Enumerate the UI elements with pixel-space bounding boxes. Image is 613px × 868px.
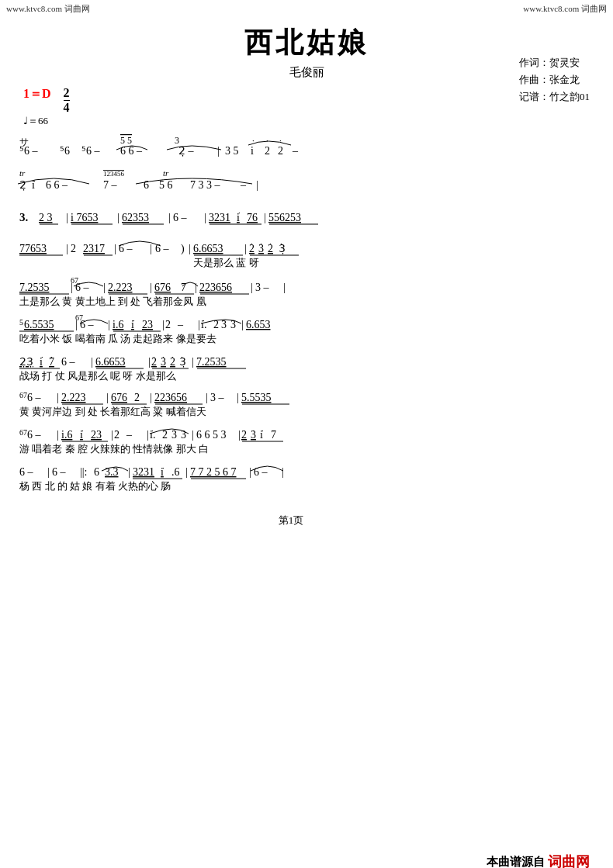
svg-text:tr: tr bbox=[19, 168, 26, 178]
svg-text:|: | bbox=[66, 212, 68, 223]
svg-text:7 –: 7 – bbox=[103, 179, 118, 191]
svg-text:62353: 62353 bbox=[122, 212, 149, 223]
svg-text:|: | bbox=[283, 282, 286, 293]
svg-text:⁵6 –: ⁵6 – bbox=[19, 145, 39, 157]
svg-text:3: 3 bbox=[171, 429, 177, 441]
svg-text:i: i bbox=[161, 466, 164, 478]
svg-text:i: i bbox=[131, 319, 134, 330]
svg-text:77653: 77653 bbox=[19, 243, 47, 254]
svg-text:223656: 223656 bbox=[154, 392, 187, 403]
svg-text:3 5: 3 5 bbox=[225, 145, 239, 157]
svg-text:|: | bbox=[282, 466, 284, 478]
svg-text:2: 2 bbox=[134, 392, 140, 403]
svg-text:|: | bbox=[189, 243, 191, 254]
svg-text:|: | bbox=[128, 466, 130, 478]
svg-text:|: | bbox=[241, 319, 244, 330]
svg-text:2̣3̣: 2̣3̣ bbox=[19, 356, 33, 368]
svg-text:|: | bbox=[185, 466, 188, 478]
svg-text:2: 2 bbox=[241, 429, 247, 441]
svg-text:2̣: 2̣ bbox=[19, 179, 26, 191]
svg-text:黄    黄河岸边  到  处  长着那红高  粱    喊: 黄 黄河岸边 到 处 长着那红高 粱 喊着信天 bbox=[19, 406, 206, 417]
svg-text:|: | bbox=[150, 282, 152, 293]
svg-text:.6: .6 bbox=[171, 466, 180, 478]
svg-text:5.5535: 5.5535 bbox=[241, 392, 272, 403]
svg-text:2: 2 bbox=[71, 243, 76, 254]
svg-text:|: | bbox=[256, 179, 258, 191]
svg-text:2: 2 bbox=[165, 319, 171, 330]
svg-text:i: i bbox=[40, 356, 43, 368]
svg-text:23: 23 bbox=[91, 429, 102, 441]
svg-text:|: | bbox=[150, 392, 152, 403]
key-time: 24 bbox=[64, 86, 70, 114]
svg-text:7: 7 bbox=[271, 429, 276, 441]
watermark-right: www.ktvc8.com 词曲网 bbox=[523, 3, 607, 15]
svg-text:|: | bbox=[66, 243, 68, 254]
svg-text:3: 3 bbox=[221, 319, 227, 330]
bottom-source: 本曲谱源自 词曲网 bbox=[0, 852, 613, 868]
svg-text:2.223: 2.223 bbox=[108, 282, 133, 293]
svg-text:|: | bbox=[47, 466, 50, 478]
svg-text:23: 23 bbox=[142, 319, 153, 330]
svg-text:i.: i. bbox=[201, 319, 206, 330]
svg-text:i: i bbox=[80, 429, 83, 441]
svg-text:2 3: 2 3 bbox=[39, 212, 53, 223]
svg-text:吃着小米  饭    喝着南  瓜  汤     走起路来 : 吃着小米 饭 喝着南 瓜 汤 走起路来 像是要去 bbox=[19, 333, 216, 344]
svg-text:3 –: 3 – bbox=[210, 392, 225, 403]
svg-text:|: | bbox=[264, 212, 266, 223]
svg-text:|: | bbox=[198, 319, 200, 330]
svg-text:i: i bbox=[32, 179, 35, 191]
svg-text:|: | bbox=[251, 282, 253, 293]
svg-text:6 –: 6 – bbox=[61, 356, 76, 368]
svg-text:天是那么  蓝  呀: 天是那么 蓝 呀 bbox=[193, 257, 259, 268]
svg-text:6.6653: 6.6653 bbox=[193, 243, 223, 254]
key-note: 1＝D bbox=[23, 86, 51, 102]
svg-text:|: | bbox=[206, 392, 208, 403]
svg-text:||:: ||: bbox=[80, 466, 88, 478]
svg-text:|: | bbox=[150, 243, 152, 254]
svg-text:|: | bbox=[238, 429, 241, 441]
svg-text:5: 5 bbox=[19, 318, 23, 327]
svg-text:|: | bbox=[106, 392, 109, 403]
svg-text:3: 3 bbox=[258, 243, 264, 254]
svg-text:556253: 556253 bbox=[268, 212, 301, 223]
svg-text:⁵6 –: ⁵6 – bbox=[81, 145, 101, 157]
composer: 作曲：张金龙 bbox=[519, 71, 590, 88]
svg-text:6 6 5 3: 6 6 5 3 bbox=[196, 429, 227, 441]
svg-text:6 –: 6 – bbox=[119, 243, 133, 254]
svg-text:2: 2 bbox=[265, 145, 270, 157]
lyricist: 作词：贺灵安 bbox=[519, 54, 590, 71]
svg-text:|: | bbox=[244, 243, 247, 254]
svg-text:战场  打  仗    风是那么  呢  呀   水是那么: 战场 打 仗 风是那么 呢 呀 水是那么 bbox=[19, 370, 176, 382]
svg-text:tr: tr bbox=[163, 168, 169, 178]
svg-text:676: 676 bbox=[154, 282, 171, 293]
svg-text:6 –: 6 – bbox=[27, 429, 42, 441]
svg-text:i: i bbox=[251, 145, 254, 157]
svg-text:76: 76 bbox=[247, 212, 258, 223]
svg-text:6 –: 6 – bbox=[173, 212, 188, 223]
svg-text:7 3 3 –: 7 3 3 – bbox=[190, 179, 221, 191]
svg-text:2: 2 bbox=[114, 429, 119, 441]
svg-text:·: · bbox=[266, 136, 268, 145]
svg-text:|: | bbox=[168, 212, 171, 223]
svg-text:7 7 2 5 6 7: 7 7 2 5 6 7 bbox=[190, 466, 237, 478]
svg-text:|: | bbox=[249, 466, 251, 478]
svg-text:3: 3 bbox=[175, 135, 179, 146]
svg-text:2.223: 2.223 bbox=[61, 392, 86, 403]
svg-text:6.5535: 6.5535 bbox=[24, 319, 54, 330]
info-block: 作词：贺灵安 作曲：张金龙 记谱：竹之韵01 bbox=[519, 54, 590, 105]
svg-text:|: | bbox=[204, 212, 206, 223]
svg-text:·: · bbox=[279, 136, 282, 145]
svg-text:6 –: 6 – bbox=[254, 466, 268, 478]
svg-text:i 7653: i 7653 bbox=[71, 212, 98, 223]
svg-text:6 –: 6 – bbox=[19, 466, 34, 478]
svg-text:i.6: i.6 bbox=[61, 429, 72, 441]
svg-text:–: – bbox=[126, 429, 133, 441]
svg-text:2: 2 bbox=[278, 145, 283, 157]
svg-text:i: i bbox=[237, 212, 240, 223]
svg-text:67: 67 bbox=[19, 428, 27, 437]
svg-text:杨    西  北 的 姑 娘  有着  火热的心  肠: 杨 西 北 的 姑 娘 有着 火热的心 肠 bbox=[19, 480, 171, 492]
svg-text:223656: 223656 bbox=[199, 282, 232, 293]
svg-text:2: 2 bbox=[151, 356, 157, 368]
svg-text:7: 7 bbox=[49, 356, 54, 368]
tempo: ♩＝66 bbox=[0, 114, 613, 128]
